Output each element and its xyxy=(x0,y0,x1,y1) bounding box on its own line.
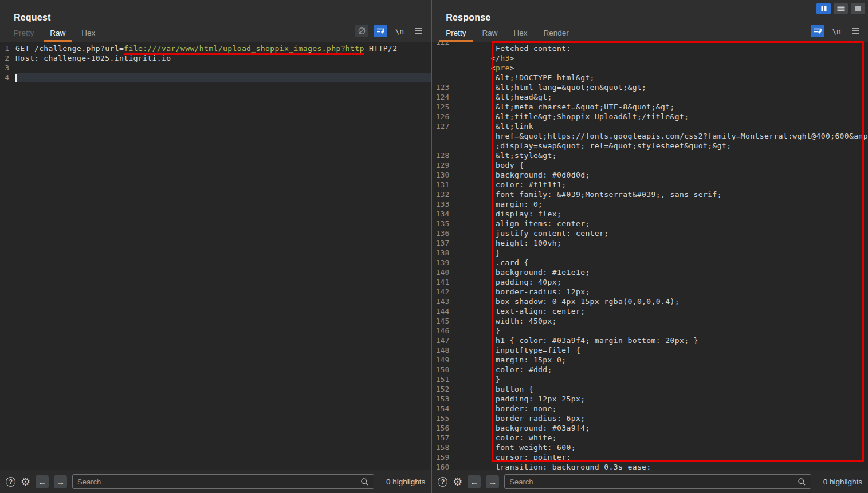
request-search-input[interactable] xyxy=(77,478,360,486)
line-number xyxy=(432,73,449,82)
code-line: &lt;link xyxy=(458,121,868,131)
line-number: 133 xyxy=(432,199,449,209)
settings-gear-icon[interactable]: ⚙ xyxy=(21,476,30,487)
eye-off-icon[interactable] xyxy=(355,25,368,37)
request-editor[interactable]: 1234 GET /challenge.php?url=file:///var/… xyxy=(0,42,431,470)
code-line: } xyxy=(458,248,868,258)
line-number: 152 xyxy=(432,384,449,394)
line-number: 128 xyxy=(432,151,449,160)
response-search-box xyxy=(504,474,811,489)
response-tab-raw[interactable]: Raw xyxy=(474,29,506,42)
settings-gear-icon[interactable]: ⚙ xyxy=(453,476,462,487)
help-icon[interactable]: ? xyxy=(6,477,15,487)
code-line: justify-content: center; xyxy=(458,228,868,238)
line-number: 149 xyxy=(432,355,449,365)
rows-layout-icon[interactable] xyxy=(834,3,848,14)
code-line: &lt;head&gt; xyxy=(458,92,868,102)
arrow-right-icon: → xyxy=(488,477,497,487)
code-line: &lt;!DOCTYPE html&gt; xyxy=(458,73,868,82)
line-number xyxy=(432,131,449,141)
code-line: color: #f1f1f1; xyxy=(458,180,868,190)
response-tab-pretty[interactable]: Pretty xyxy=(438,29,474,42)
line-number: 132 xyxy=(432,190,449,199)
arrow-left-icon: ← xyxy=(470,477,478,487)
code-line: ;display=swap&quot; rel=&quot;stylesheet… xyxy=(458,141,868,151)
response-line-gutter: 122 123124125126127128129130131132133134… xyxy=(432,42,455,470)
next-match-button[interactable]: → xyxy=(486,475,499,488)
word-wrap-icon[interactable] xyxy=(374,25,387,37)
previous-match-button[interactable]: ← xyxy=(36,475,49,488)
response-tab-hex[interactable]: Hex xyxy=(506,29,536,42)
code-line: height: 100vh; xyxy=(458,238,868,248)
newline-glyph: \n xyxy=(832,27,841,36)
response-editor[interactable]: 122 123124125126127128129130131132133134… xyxy=(432,42,868,470)
response-highlights-count: 0 highlights xyxy=(816,478,862,486)
code-line: } xyxy=(458,374,868,384)
newline-icon[interactable]: \n xyxy=(392,25,406,37)
single-layout-icon[interactable] xyxy=(851,3,865,14)
line-number xyxy=(432,63,449,73)
request-tab-hex[interactable]: Hex xyxy=(73,29,103,42)
code-line: width: 450px; xyxy=(458,316,868,326)
columns-layout-icon[interactable] xyxy=(816,3,831,14)
code-line: &lt;title&gt;Shoppix Upload&lt;/title&gt… xyxy=(458,112,868,121)
line-number: 148 xyxy=(432,345,449,355)
repeater-view: Request PrettyRawHex \n 1234 GET /challe… xyxy=(0,0,868,493)
line-number: 153 xyxy=(432,394,449,404)
line-number: 125 xyxy=(432,102,449,112)
code-line: input[type=file] { xyxy=(458,345,868,355)
help-icon[interactable]: ? xyxy=(438,477,447,487)
code-line: align-items: center; xyxy=(458,219,868,228)
code-line: button { xyxy=(458,384,868,394)
line-number: 139 xyxy=(432,258,449,267)
line-number: 141 xyxy=(432,277,449,287)
line-number: 160 xyxy=(432,462,449,470)
menu-icon[interactable] xyxy=(849,25,862,37)
line-number: 137 xyxy=(432,238,449,248)
code-line: transition: background 0.3s ease; xyxy=(458,462,868,470)
code-line: cursor: pointer; xyxy=(458,452,868,462)
response-tab-render[interactable]: Render xyxy=(536,29,577,42)
line-number: 127 xyxy=(432,121,449,131)
code-line: border-radius: 12px; xyxy=(458,287,868,297)
menu-icon[interactable] xyxy=(411,25,425,37)
line-number: 143 xyxy=(432,297,449,306)
line-number: 3 xyxy=(0,63,9,73)
response-toolbar: \n xyxy=(811,25,862,37)
line-number: 154 xyxy=(432,404,449,413)
code-line: color: #ddd; xyxy=(458,365,868,374)
response-header: Response PrettyRawHexRender \n xyxy=(432,0,868,42)
code-line: &lt;style&gt; xyxy=(458,151,868,160)
request-tab-pretty[interactable]: Pretty xyxy=(6,29,42,42)
code-line: GET /challenge.php?url=file:///var/www/h… xyxy=(15,44,431,53)
code-line: margin: 0; xyxy=(458,199,868,209)
line-number: 147 xyxy=(432,336,449,345)
response-panel: Response PrettyRawHexRender \n 122 12312… xyxy=(432,0,868,493)
line-number: 129 xyxy=(432,160,449,170)
line-number: 131 xyxy=(432,180,449,190)
request-search-bar: ? ⚙ ← → 0 highlights xyxy=(0,470,431,493)
layout-controls xyxy=(816,3,865,14)
code-line: background: #0d0d0d; xyxy=(458,170,868,180)
response-search-bar: ? ⚙ ← → 0 highlights xyxy=(432,470,868,493)
code-line: .card { xyxy=(458,258,868,267)
response-tab-row: PrettyRawHexRender xyxy=(438,26,577,42)
newline-icon[interactable]: \n xyxy=(830,25,843,37)
request-tab-raw[interactable]: Raw xyxy=(42,29,73,42)
previous-match-button[interactable]: ← xyxy=(468,475,481,488)
response-search-input[interactable] xyxy=(509,478,798,486)
code-line: Fetched content: xyxy=(458,44,868,53)
next-match-button[interactable]: → xyxy=(54,475,67,488)
code-line: h1 { color: #03a9f4; margin-bottom: 20px… xyxy=(458,336,868,345)
code-line: &lt;html lang=&quot;en&quot;&gt; xyxy=(458,82,868,92)
word-wrap-icon[interactable] xyxy=(811,25,824,37)
code-line: margin: 15px 0; xyxy=(458,355,868,365)
line-number: 146 xyxy=(432,326,449,336)
request-title: Request xyxy=(14,13,51,23)
text-cursor xyxy=(15,74,17,82)
line-number: 159 xyxy=(432,452,449,462)
code-line xyxy=(15,63,431,73)
line-number: 2 xyxy=(0,53,9,63)
request-highlights-count: 0 highlights xyxy=(379,478,425,486)
line-number: 151 xyxy=(432,374,449,384)
